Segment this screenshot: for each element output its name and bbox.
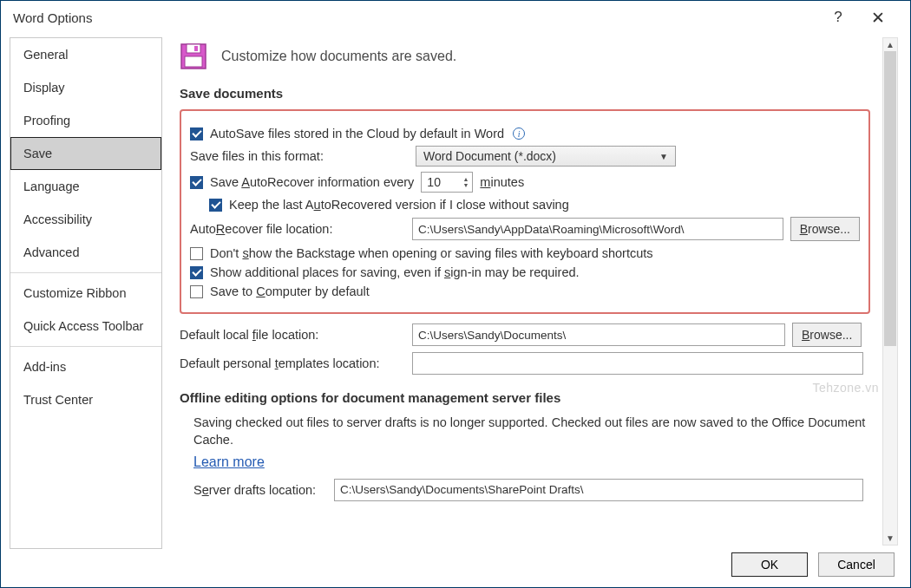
sidebar-item-language[interactable]: Language <box>10 170 161 203</box>
autorecover-label: Save AutoRecover information every <box>210 175 414 189</box>
ok-button[interactable]: OK <box>731 552 808 577</box>
keep-last-label: Keep the last AutoRecovered version if I… <box>229 198 569 212</box>
offline-info-text: Saving checked out files to server draft… <box>193 414 868 449</box>
svg-rect-2 <box>185 56 202 67</box>
autorecover-location-input[interactable]: C:\Users\Sandy\AppData\Roaming\Microsoft… <box>412 218 783 240</box>
section-offline-editing: Offline editing options for document man… <box>180 390 895 405</box>
content-pane: Customize how documents are saved. Save … <box>162 34 901 549</box>
scroll-up-icon[interactable]: ▲ <box>886 38 895 51</box>
save-icon <box>180 42 207 70</box>
autosave-checkbox[interactable] <box>190 127 203 140</box>
dialog-footer: OK Cancel <box>731 552 895 577</box>
save-format-label: Save files in this format: <box>190 149 409 163</box>
save-format-dropdown[interactable]: Word Document (*.docx) ▼ <box>416 146 676 167</box>
backstage-label: Don't show the Backstage when opening or… <box>210 246 653 260</box>
word-options-dialog: Word Options ? ✕ General Display Proofin… <box>0 0 911 588</box>
keep-last-checkbox[interactable] <box>209 199 222 212</box>
category-sidebar: General Display Proofing Save Language A… <box>10 37 162 549</box>
backstage-checkbox[interactable] <box>190 247 203 260</box>
sidebar-item-quick-access-toolbar[interactable]: Quick Access Toolbar <box>10 310 161 343</box>
title-bar: Word Options ? ✕ <box>1 1 910 34</box>
highlighted-region: AutoSave files stored in the Cloud by de… <box>180 109 870 314</box>
section-save-documents: Save documents <box>180 86 895 101</box>
learn-more-link[interactable]: Learn more <box>193 454 265 469</box>
sidebar-item-trust-center[interactable]: Trust Center <box>10 383 161 416</box>
chevron-down-icon: ▼ <box>659 152 668 161</box>
info-icon[interactable]: i <box>513 127 525 140</box>
show-places-label: Show additional places for saving, even … <box>210 265 580 279</box>
help-button[interactable]: ? <box>818 9 858 26</box>
sidebar-item-display[interactable]: Display <box>10 71 161 104</box>
save-format-value: Word Document (*.docx) <box>423 149 556 163</box>
vertical-scrollbar[interactable]: ▲ ▼ <box>882 37 898 546</box>
autorecover-location-label: AutoRecover file location: <box>190 222 405 236</box>
server-drafts-input[interactable]: C:\Users\Sandy\Documents\SharePoint Draf… <box>334 479 863 501</box>
save-computer-checkbox[interactable] <box>190 285 203 298</box>
sidebar-item-advanced[interactable]: Advanced <box>10 236 161 269</box>
cancel-button[interactable]: Cancel <box>818 552 895 577</box>
window-title: Word Options <box>13 10 92 25</box>
svg-rect-1 <box>187 44 200 53</box>
scroll-thumb[interactable] <box>884 51 896 346</box>
default-local-location-input[interactable]: C:\Users\Sandy\Documents\ <box>412 323 785 346</box>
default-local-browse-button[interactable]: Browse... <box>792 323 862 347</box>
autosave-label: AutoSave files stored in the Cloud by de… <box>210 127 504 140</box>
default-local-location-label: Default local file location: <box>180 328 405 342</box>
autorecover-minutes-input[interactable]: 10 ▲▼ <box>421 172 473 193</box>
close-button[interactable]: ✕ <box>858 8 898 28</box>
autorecover-checkbox[interactable] <box>190 176 203 189</box>
templates-location-input[interactable] <box>412 352 863 375</box>
save-computer-label: Save to Computer by default <box>210 284 370 298</box>
scroll-down-icon[interactable]: ▼ <box>886 532 895 545</box>
page-subtitle: Customize how documents are saved. <box>221 49 456 64</box>
sidebar-item-save[interactable]: Save <box>10 137 161 170</box>
sidebar-item-accessibility[interactable]: Accessibility <box>10 203 161 236</box>
svg-rect-3 <box>194 46 198 51</box>
autorecover-minutes-value: 10 <box>427 175 441 189</box>
sidebar-item-add-ins[interactable]: Add-ins <box>10 350 161 383</box>
minutes-label: minutes <box>480 175 524 189</box>
sidebar-item-customize-ribbon[interactable]: Customize Ribbon <box>10 277 161 310</box>
spinner-icon[interactable]: ▲▼ <box>462 176 469 188</box>
server-drafts-label: Server drafts location: <box>193 483 327 497</box>
show-places-checkbox[interactable] <box>190 266 203 279</box>
sidebar-item-proofing[interactable]: Proofing <box>10 104 161 137</box>
autorecover-browse-button[interactable]: Browse... <box>790 217 860 241</box>
sidebar-item-general[interactable]: General <box>10 38 161 71</box>
templates-location-label: Default personal templates location: <box>180 356 405 370</box>
